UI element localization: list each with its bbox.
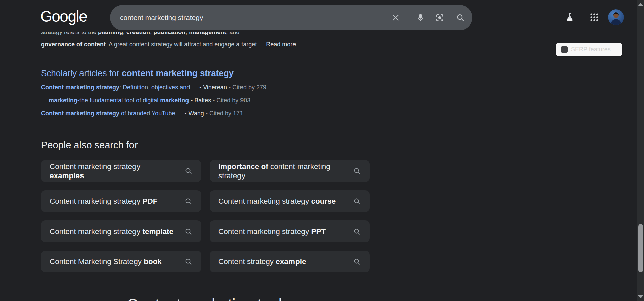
scrollbar-thumb[interactable]: [638, 224, 643, 272]
magnifier-icon: [353, 258, 361, 266]
serp-features-label: SERP features: [571, 46, 611, 53]
google-serp-page: Google content marketing strategy: [0, 0, 644, 301]
search-bar-divider: [408, 12, 408, 23]
apps-grid-icon[interactable]: [589, 12, 599, 22]
scroll-down-arrow[interactable]: [638, 295, 643, 298]
clear-icon[interactable]: [391, 13, 400, 22]
serp-features-badge[interactable]: SERP features: [556, 43, 622, 56]
snippet-text: governance of content. A great content s…: [41, 40, 370, 48]
related-search-chip[interactable]: Content marketing strategy PPT: [210, 220, 370, 242]
magnifier-icon: [353, 197, 361, 205]
mic-icon[interactable]: [416, 13, 425, 22]
search-bar[interactable]: content marketing strategy: [110, 5, 472, 30]
magnifier-icon: [184, 167, 193, 175]
related-searches-grid: Content marketing strategy examples Impo…: [41, 160, 370, 272]
scholarly-article-link[interactable]: Content marketing strategy of branded Yo…: [41, 107, 266, 120]
magnifier-icon: [353, 228, 361, 236]
magnifier-icon: [184, 258, 193, 266]
search-icon[interactable]: [455, 13, 465, 22]
lens-camera-icon[interactable]: [435, 13, 445, 23]
related-search-chip[interactable]: Content marketing strategy template: [41, 220, 201, 242]
related-search-chip[interactable]: Content marketing strategy examples: [41, 160, 201, 182]
labs-flask-icon[interactable]: [564, 12, 575, 23]
snippet-clipped-line: strategy refers to the planning, creatio…: [41, 32, 350, 36]
search-input[interactable]: content marketing strategy: [120, 5, 203, 30]
scrollbar-track[interactable]: [637, 0, 644, 301]
profile-avatar[interactable]: [608, 9, 624, 25]
related-search-chip[interactable]: Content marketing strategy course: [210, 190, 370, 212]
magnifier-icon: [184, 228, 193, 236]
magnifier-icon: [184, 197, 193, 205]
scholarly-article-link[interactable]: … marketing-the fundamental tool of digi…: [41, 94, 266, 107]
read-more-link[interactable]: Read more: [266, 41, 296, 48]
people-also-search-heading: People also search for: [41, 140, 138, 151]
related-search-chip[interactable]: Content Marketing Strategy book: [41, 251, 201, 272]
next-section-heading-clipped: Content marketing tools: [127, 295, 290, 301]
scholarly-article-link[interactable]: Content marketing strategy: Definition, …: [41, 81, 266, 94]
related-search-chip[interactable]: Content strategy example: [210, 251, 370, 272]
scholarly-articles-list: Content marketing strategy: Definition, …: [41, 81, 266, 120]
scholarly-articles-heading-link[interactable]: Scholarly articles for content marketing…: [41, 68, 234, 79]
related-search-chip[interactable]: Content marketing strategy PDF: [41, 190, 201, 212]
magnifier-icon: [353, 167, 361, 175]
scroll-up-arrow[interactable]: [638, 3, 643, 6]
google-logo[interactable]: Google: [40, 7, 87, 26]
serp-features-checkbox[interactable]: [561, 46, 568, 53]
related-search-chip[interactable]: Importance of content marketing strategy: [210, 160, 370, 182]
